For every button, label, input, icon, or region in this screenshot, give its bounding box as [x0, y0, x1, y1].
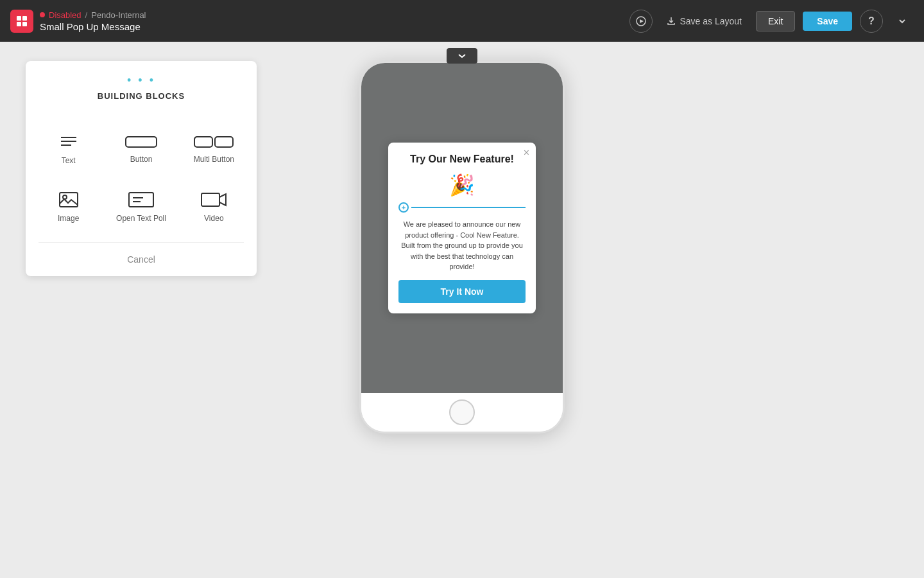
panel-title: BUILDING BLOCKS	[98, 91, 185, 101]
blocks-footer: Cancel	[26, 243, 257, 276]
popup-cta-button[interactable]: Try It Now	[398, 280, 526, 303]
svg-rect-9	[126, 137, 157, 147]
svg-marker-5	[640, 19, 644, 23]
block-item-button[interactable]: Button	[105, 120, 177, 178]
blocks-panel-header: • • • BUILDING BLOCKS	[26, 61, 257, 107]
block-label-text: Text	[62, 156, 76, 165]
popup-divider-line	[411, 207, 526, 208]
multi-button-icon	[193, 134, 234, 150]
block-item-multi-button[interactable]: Multi Button	[178, 120, 250, 178]
building-blocks-panel: • • • BUILDING BLOCKS Text	[26, 61, 257, 276]
block-label-video: Video	[204, 214, 223, 223]
save-button[interactable]: Save	[803, 12, 852, 31]
block-label-button: Button	[130, 155, 153, 164]
alert-button[interactable]: ?	[860, 10, 883, 33]
chevron-down-button[interactable]	[891, 10, 914, 33]
svg-point-13	[63, 195, 67, 199]
status-label: Disabled	[49, 10, 81, 20]
collapse-button[interactable]	[447, 48, 477, 64]
page-title: Small Pop Up Message	[40, 21, 146, 32]
block-item-video[interactable]: Video	[178, 178, 250, 236]
blocks-grid: Text Button Multi But	[26, 107, 257, 242]
popup-divider: +	[398, 202, 526, 213]
popup-card: × Try Our New Feature! 🎉 + We are please…	[388, 143, 536, 313]
topnav-right: Save as Layout Exit Save ?	[629, 10, 914, 33]
save-as-layout-button[interactable]: Save as Layout	[660, 12, 748, 30]
phone-home-bar	[361, 393, 563, 432]
button-icon	[124, 134, 158, 150]
block-label-multi-button: Multi Button	[194, 155, 234, 164]
phone-mockup: × Try Our New Feature! 🎉 + We are please…	[359, 61, 565, 434]
block-item-text[interactable]: Text	[32, 120, 105, 178]
image-icon	[58, 191, 79, 209]
popup-title: Try Our New Feature!	[398, 153, 526, 166]
save-as-layout-label: Save as Layout	[680, 16, 742, 26]
topnav-left: Disabled / Pendo-Internal Small Pop Up M…	[10, 10, 146, 33]
svg-rect-11	[215, 137, 233, 147]
block-item-open-text-poll[interactable]: Open Text Poll	[105, 178, 177, 236]
pendo-logo	[10, 10, 33, 33]
open-text-poll-icon	[128, 191, 155, 209]
popup-close-button[interactable]: ×	[524, 148, 529, 158]
phone-outer: × Try Our New Feature! 🎉 + We are please…	[359, 61, 565, 434]
svg-rect-12	[60, 193, 78, 207]
popup-emoji: 🎉	[398, 173, 526, 197]
svg-rect-14	[129, 193, 153, 207]
block-item-image[interactable]: Image	[32, 178, 105, 236]
main-canvas: • • • BUILDING BLOCKS Text	[0, 42, 924, 578]
svg-rect-17	[201, 193, 219, 206]
preview-button[interactable]	[629, 10, 653, 33]
phone-screen: × Try Our New Feature! 🎉 + We are please…	[361, 63, 563, 393]
svg-rect-10	[194, 137, 212, 147]
topnav: Disabled / Pendo-Internal Small Pop Up M…	[0, 0, 924, 42]
block-label-open-text-poll: Open Text Poll	[116, 214, 166, 223]
org-name: Pendo-Internal	[91, 10, 146, 20]
svg-rect-0	[17, 16, 21, 21]
block-label-image: Image	[58, 214, 79, 223]
svg-rect-1	[22, 16, 27, 21]
panel-dots: • • •	[127, 74, 155, 87]
nav-title-wrap: Disabled / Pendo-Internal Small Pop Up M…	[40, 10, 146, 32]
popup-add-button[interactable]: +	[398, 202, 409, 213]
status-dot	[40, 12, 45, 17]
breadcrumb: Disabled / Pendo-Internal	[40, 10, 146, 20]
svg-rect-2	[17, 22, 21, 26]
exit-button[interactable]: Exit	[756, 11, 795, 31]
video-icon	[200, 191, 227, 209]
svg-rect-3	[22, 22, 27, 26]
cancel-button[interactable]: Cancel	[119, 252, 163, 267]
popup-body-text: We are pleased to announce our new produ…	[398, 219, 526, 272]
text-icon	[58, 133, 79, 151]
phone-home-button[interactable]	[449, 399, 475, 425]
breadcrumb-separator: /	[85, 10, 88, 20]
